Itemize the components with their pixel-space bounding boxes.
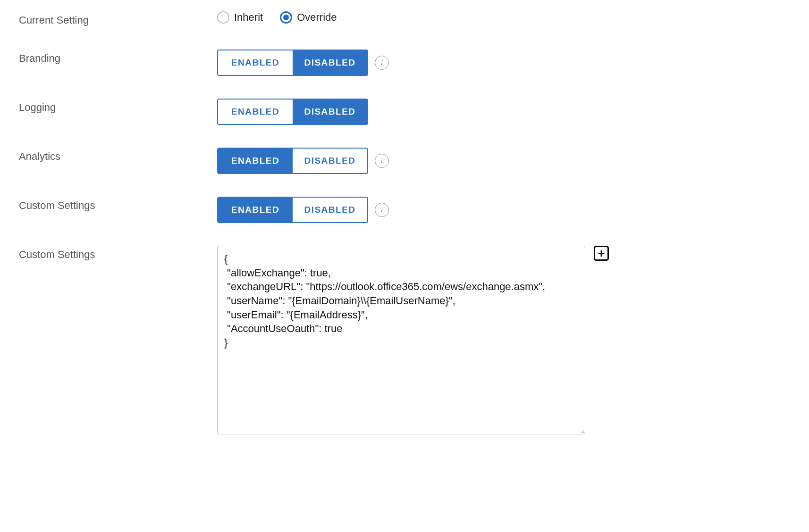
analytics-disabled-button[interactable]: DISABLED <box>293 148 368 174</box>
branding-label: Branding <box>19 50 217 65</box>
radio-icon <box>217 11 229 24</box>
custom-settings-disabled-button[interactable]: DISABLED <box>293 197 368 223</box>
radio-override[interactable]: Override <box>280 11 337 24</box>
radio-inherit[interactable]: Inherit <box>217 11 263 24</box>
info-icon[interactable]: i <box>375 203 389 217</box>
branding-toggle: ENABLED DISABLED <box>217 50 368 76</box>
custom-settings-toggle-label: Custom Settings <box>19 197 217 212</box>
analytics-enabled-button[interactable]: ENABLED <box>217 148 293 174</box>
current-setting-radio-group: Inherit Override <box>217 11 337 24</box>
custom-settings-toggle: ENABLED DISABLED <box>217 197 368 223</box>
logging-enabled-button[interactable]: ENABLED <box>217 99 293 125</box>
expand-icon[interactable]: + <box>594 246 609 261</box>
branding-enabled-button[interactable]: ENABLED <box>217 50 293 76</box>
radio-icon <box>280 11 292 24</box>
info-icon[interactable]: i <box>375 56 389 70</box>
custom-settings-textarea[interactable] <box>217 246 585 434</box>
radio-inherit-label: Inherit <box>234 11 263 24</box>
logging-toggle: ENABLED DISABLED <box>217 99 368 125</box>
logging-disabled-button[interactable]: DISABLED <box>293 99 368 125</box>
branding-disabled-button[interactable]: DISABLED <box>293 50 368 76</box>
analytics-toggle: ENABLED DISABLED <box>217 148 368 174</box>
radio-override-label: Override <box>297 11 337 24</box>
custom-settings-enabled-button[interactable]: ENABLED <box>217 197 293 223</box>
info-icon[interactable]: i <box>375 154 389 168</box>
analytics-label: Analytics <box>19 148 217 163</box>
logging-label: Logging <box>19 99 217 114</box>
current-setting-label: Current Setting <box>19 11 217 26</box>
custom-settings-label: Custom Settings <box>19 246 217 261</box>
